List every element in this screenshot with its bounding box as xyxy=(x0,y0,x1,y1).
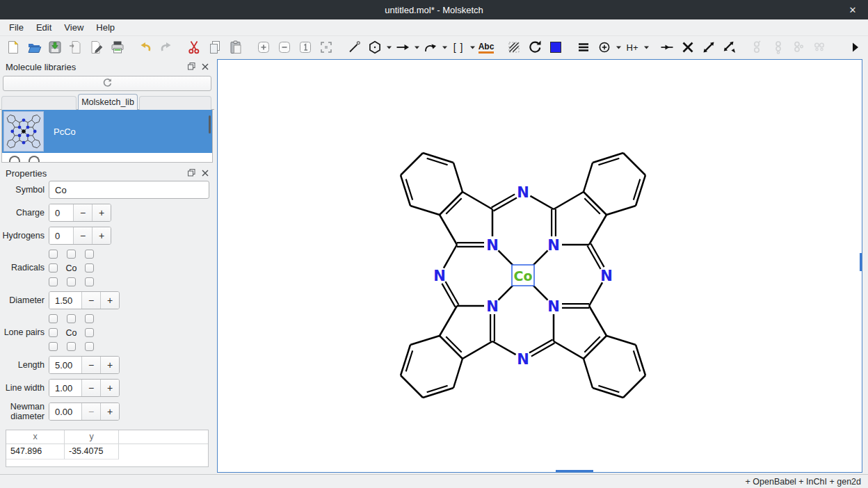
zoom-in-button[interactable] xyxy=(255,38,273,56)
radicals-grid-checkbox-3[interactable] xyxy=(49,263,58,273)
hydrogen-tool[interactable]: H+ xyxy=(623,38,641,56)
zoom-fit-button[interactable] xyxy=(317,38,335,56)
save-file-button[interactable] xyxy=(46,38,64,56)
newman-diameter-stepper-decrement[interactable]: − xyxy=(81,403,100,420)
radicals-grid-checkbox-7[interactable] xyxy=(67,277,76,286)
toolbar-extension-button[interactable] xyxy=(846,38,864,56)
ring-tool[interactable] xyxy=(366,38,384,56)
reaction-arrow-tool-dropdown[interactable] xyxy=(413,44,420,51)
coords-header-x[interactable]: x xyxy=(6,430,65,444)
lone-pairs-grid-checkbox-6[interactable] xyxy=(49,342,58,351)
line-width-stepper-decrement[interactable]: − xyxy=(81,380,100,396)
charge-tool-dropdown[interactable] xyxy=(615,44,622,51)
zoom-original-button[interactable] xyxy=(296,38,314,56)
mechanism-arrow-tool[interactable] xyxy=(421,38,440,56)
canvas-vertical-scrollbar[interactable] xyxy=(860,253,862,271)
radicals-grid-checkbox-8[interactable] xyxy=(85,277,94,286)
lone-pairs-grid-checkbox-3[interactable] xyxy=(49,328,58,337)
diameter-stepper-value[interactable]: 1.50 xyxy=(49,292,81,309)
length-stepper: 5.00−+ xyxy=(49,356,120,374)
tab-molsketch-lib[interactable]: Molsketch_lib xyxy=(78,94,138,110)
ring-tool-dropdown[interactable] xyxy=(385,44,392,51)
reaction-arrow-tool[interactable] xyxy=(394,38,412,56)
drawing-canvas[interactable]: NNNNNNNNCo xyxy=(217,59,862,473)
menu-file[interactable]: File xyxy=(3,20,30,35)
radicals-grid-checkbox-2[interactable] xyxy=(85,250,94,259)
print-button[interactable] xyxy=(108,38,127,56)
line-width-stepper-value[interactable]: 1.00 xyxy=(49,380,81,396)
menu-help[interactable]: Help xyxy=(90,20,121,35)
newman-diameter-stepper-increment[interactable]: + xyxy=(100,403,119,420)
library-item-partial[interactable] xyxy=(2,153,212,161)
line-width-stepper: 1.00−+ xyxy=(49,379,120,397)
draw-bond-tool[interactable] xyxy=(345,38,363,56)
connect-tool[interactable] xyxy=(658,38,676,56)
library-list-scrollbar[interactable] xyxy=(209,115,211,133)
diameter-stepper-decrement[interactable]: − xyxy=(81,292,100,309)
length-stepper-increment[interactable]: + xyxy=(100,357,119,373)
copy-button[interactable] xyxy=(206,38,224,56)
undo-button[interactable] xyxy=(136,38,154,56)
charge-stepper-value[interactable]: 0 xyxy=(49,204,73,221)
delete-tool[interactable] xyxy=(679,38,697,56)
linewidth-icon xyxy=(576,40,591,55)
menu-edit[interactable]: Edit xyxy=(30,20,58,35)
radicals-grid-checkbox-5[interactable] xyxy=(85,263,94,273)
length-stepper-value[interactable]: 5.00 xyxy=(49,357,81,373)
line-width-stepper-increment[interactable]: + xyxy=(100,380,119,396)
text-tool[interactable]: Abc xyxy=(477,38,495,56)
open-icon xyxy=(26,40,42,55)
lone-pairs-grid-checkbox-8[interactable] xyxy=(85,342,94,351)
export-button[interactable] xyxy=(88,38,106,56)
float-panel-icon[interactable] xyxy=(188,168,195,179)
rotate-tool[interactable] xyxy=(526,38,544,56)
cut-button[interactable] xyxy=(185,38,203,56)
library-item-pcco[interactable]: PcCo xyxy=(2,110,212,153)
canvas-horizontal-scrollbar[interactable] xyxy=(556,470,593,472)
flip-vertical-tool[interactable] xyxy=(721,38,739,56)
close-window-button[interactable]: ✕ xyxy=(844,0,861,19)
radicals-grid-checkbox-1[interactable] xyxy=(67,250,76,259)
hydrogen-tool-dropdown[interactable] xyxy=(643,44,650,51)
radicals-grid-checkbox-0[interactable] xyxy=(49,250,58,259)
lone-pairs-grid-checkbox-5[interactable] xyxy=(85,328,94,337)
hydrogens-stepper-value[interactable]: 0 xyxy=(49,227,73,244)
zoom-out-button[interactable] xyxy=(275,38,294,56)
save-as-button[interactable] xyxy=(67,38,85,56)
lone-pairs-grid-checkbox-1[interactable] xyxy=(67,314,76,323)
line-width-button[interactable] xyxy=(574,38,593,56)
hydrogens-stepper-increment[interactable]: + xyxy=(92,227,111,244)
lone-pairs-grid-checkbox-0[interactable] xyxy=(49,314,58,323)
open-file-button[interactable] xyxy=(25,38,43,56)
length-stepper-decrement[interactable]: − xyxy=(81,357,100,373)
lone-pairs-grid-checkbox-2[interactable] xyxy=(85,314,94,323)
radicals-grid-checkbox-6[interactable] xyxy=(49,277,58,286)
float-panel-icon[interactable] xyxy=(188,62,195,72)
bracket-tool-dropdown[interactable] xyxy=(469,44,476,51)
newman-diameter-stepper-value[interactable]: 0.00 xyxy=(49,403,81,420)
flip-horizontal-tool[interactable] xyxy=(700,38,718,56)
close-panel-icon[interactable] xyxy=(202,168,209,179)
paste-button[interactable] xyxy=(227,38,245,56)
close-panel-icon[interactable] xyxy=(202,62,209,72)
symbol-field[interactable]: Co xyxy=(49,181,209,199)
diameter-stepper-increment[interactable]: + xyxy=(100,292,119,309)
coord-y-cell[interactable]: -35.4075 xyxy=(65,444,119,459)
properties-panel-header: Properties xyxy=(0,168,214,181)
refresh-libraries-button[interactable] xyxy=(3,76,211,91)
coords-header-y[interactable]: y xyxy=(65,430,119,444)
coordinates-table[interactable]: xy547.896-35.4075 xyxy=(6,430,209,467)
bracket-tool[interactable]: [ ] xyxy=(449,38,467,56)
charge-stepper-decrement[interactable]: − xyxy=(73,204,92,221)
lone-pairs-grid-checkbox-7[interactable] xyxy=(67,342,76,351)
redo-button[interactable] xyxy=(157,38,175,56)
charge-tool[interactable] xyxy=(595,38,613,56)
color-swatch-button[interactable] xyxy=(547,38,565,56)
hydrogens-stepper-decrement[interactable]: − xyxy=(73,227,92,244)
charge-stepper-increment[interactable]: + xyxy=(92,204,111,221)
menu-view[interactable]: View xyxy=(58,20,90,35)
mechanism-arrow-tool-dropdown[interactable] xyxy=(441,44,448,51)
new-file-button[interactable] xyxy=(4,38,22,56)
hatch-tool[interactable] xyxy=(505,38,523,56)
coord-x-cell[interactable]: 547.896 xyxy=(6,444,65,459)
